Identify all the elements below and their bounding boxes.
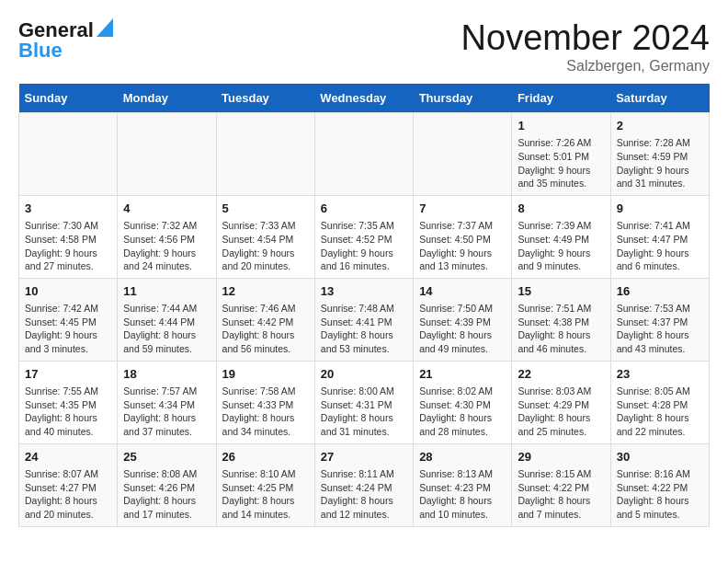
day-info: Sunrise: 7:33 AM Sunset: 4:54 PM Dayligh…: [222, 219, 309, 273]
header-monday: Monday: [118, 84, 216, 113]
day-number: 18: [123, 366, 210, 383]
day-cell: 14Sunrise: 7:50 AM Sunset: 4:39 PM Dayli…: [414, 278, 512, 361]
calendar-table: SundayMondayTuesdayWednesdayThursdayFrid…: [18, 84, 710, 527]
day-cell: 10Sunrise: 7:42 AM Sunset: 4:45 PM Dayli…: [19, 278, 118, 361]
day-cell: 26Sunrise: 8:10 AM Sunset: 4:25 PM Dayli…: [216, 443, 314, 526]
day-number: 30: [617, 449, 703, 465]
week-row-3: 10Sunrise: 7:42 AM Sunset: 4:45 PM Dayli…: [19, 278, 710, 361]
day-info: Sunrise: 8:13 AM Sunset: 4:23 PM Dayligh…: [419, 467, 506, 522]
day-info: Sunrise: 7:39 AM Sunset: 4:49 PM Dayligh…: [518, 219, 604, 273]
day-info: Sunrise: 8:15 AM Sunset: 4:22 PM Dayligh…: [518, 467, 604, 522]
day-cell: [216, 113, 314, 196]
day-info: Sunrise: 8:02 AM Sunset: 4:30 PM Dayligh…: [419, 385, 506, 439]
day-cell: 6Sunrise: 7:35 AM Sunset: 4:52 PM Daylig…: [314, 195, 413, 278]
day-cell: [314, 113, 413, 196]
day-info: Sunrise: 7:55 AM Sunset: 4:35 PM Dayligh…: [25, 385, 111, 439]
day-info: Sunrise: 7:46 AM Sunset: 4:42 PM Dayligh…: [222, 302, 309, 356]
week-row-5: 24Sunrise: 8:07 AM Sunset: 4:27 PM Dayli…: [19, 443, 710, 526]
page-header: General Blue November 2024 Salzbergen, G…: [18, 18, 710, 75]
day-info: Sunrise: 8:07 AM Sunset: 4:27 PM Dayligh…: [25, 467, 111, 522]
day-number: 11: [123, 283, 210, 300]
day-cell: 16Sunrise: 7:53 AM Sunset: 4:37 PM Dayli…: [610, 278, 709, 361]
calendar-header-row: SundayMondayTuesdayWednesdayThursdayFrid…: [19, 84, 710, 113]
week-row-2: 3Sunrise: 7:30 AM Sunset: 4:58 PM Daylig…: [19, 195, 710, 278]
week-row-1: 1Sunrise: 7:26 AM Sunset: 5:01 PM Daylig…: [19, 113, 710, 196]
day-info: Sunrise: 7:32 AM Sunset: 4:56 PM Dayligh…: [123, 219, 210, 273]
day-info: Sunrise: 8:05 AM Sunset: 4:28 PM Dayligh…: [617, 385, 703, 439]
day-number: 23: [617, 366, 703, 383]
day-number: 25: [123, 449, 210, 465]
day-cell: 21Sunrise: 8:02 AM Sunset: 4:30 PM Dayli…: [414, 361, 512, 443]
day-number: 4: [123, 201, 210, 217]
day-number: 10: [25, 283, 111, 300]
header-friday: Friday: [512, 84, 610, 113]
day-info: Sunrise: 7:35 AM Sunset: 4:52 PM Dayligh…: [321, 219, 407, 273]
day-number: 9: [617, 201, 703, 217]
location-label: Salzbergen, Germany: [461, 58, 710, 75]
day-number: 17: [25, 366, 111, 383]
day-number: 29: [518, 449, 604, 465]
day-cell: 4Sunrise: 7:32 AM Sunset: 4:56 PM Daylig…: [118, 195, 216, 278]
day-number: 13: [321, 283, 407, 300]
day-info: Sunrise: 7:30 AM Sunset: 4:58 PM Dayligh…: [25, 219, 111, 273]
day-number: 7: [419, 201, 506, 217]
day-cell: 22Sunrise: 8:03 AM Sunset: 4:29 PM Dayli…: [512, 361, 610, 443]
day-number: 26: [222, 449, 309, 465]
day-cell: 29Sunrise: 8:15 AM Sunset: 4:22 PM Dayli…: [512, 443, 610, 526]
day-cell: 8Sunrise: 7:39 AM Sunset: 4:49 PM Daylig…: [512, 195, 610, 278]
day-cell: 7Sunrise: 7:37 AM Sunset: 4:50 PM Daylig…: [414, 195, 512, 278]
day-number: 5: [222, 201, 309, 217]
day-number: 16: [617, 283, 703, 300]
header-sunday: Sunday: [19, 84, 118, 113]
day-number: 19: [222, 366, 309, 383]
week-row-4: 17Sunrise: 7:55 AM Sunset: 4:35 PM Dayli…: [19, 361, 710, 443]
day-info: Sunrise: 7:51 AM Sunset: 4:38 PM Dayligh…: [518, 302, 604, 356]
day-cell: 27Sunrise: 8:11 AM Sunset: 4:24 PM Dayli…: [314, 443, 413, 526]
day-info: Sunrise: 7:44 AM Sunset: 4:44 PM Dayligh…: [123, 302, 210, 356]
day-number: 24: [25, 449, 111, 465]
day-number: 28: [419, 449, 506, 465]
logo-bird-icon: [97, 18, 113, 37]
month-title: November 2024: [461, 18, 710, 58]
day-cell: 23Sunrise: 8:05 AM Sunset: 4:28 PM Dayli…: [610, 361, 709, 443]
header-tuesday: Tuesday: [216, 84, 314, 113]
day-number: 14: [419, 283, 506, 300]
day-cell: 19Sunrise: 7:58 AM Sunset: 4:33 PM Dayli…: [216, 361, 314, 443]
day-info: Sunrise: 7:58 AM Sunset: 4:33 PM Dayligh…: [222, 385, 309, 439]
day-info: Sunrise: 8:11 AM Sunset: 4:24 PM Dayligh…: [321, 467, 407, 522]
day-number: 1: [518, 118, 604, 134]
day-cell: [414, 113, 512, 196]
day-info: Sunrise: 7:37 AM Sunset: 4:50 PM Dayligh…: [419, 219, 506, 273]
day-info: Sunrise: 8:16 AM Sunset: 4:22 PM Dayligh…: [617, 467, 703, 522]
day-info: Sunrise: 7:41 AM Sunset: 4:47 PM Dayligh…: [617, 219, 703, 273]
logo-blue: Blue: [18, 39, 63, 63]
day-cell: 28Sunrise: 8:13 AM Sunset: 4:23 PM Dayli…: [414, 443, 512, 526]
day-cell: 25Sunrise: 8:08 AM Sunset: 4:26 PM Dayli…: [118, 443, 216, 526]
day-info: Sunrise: 7:28 AM Sunset: 4:59 PM Dayligh…: [617, 136, 703, 190]
day-cell: 20Sunrise: 8:00 AM Sunset: 4:31 PM Dayli…: [314, 361, 413, 443]
day-cell: 15Sunrise: 7:51 AM Sunset: 4:38 PM Dayli…: [512, 278, 610, 361]
day-info: Sunrise: 8:00 AM Sunset: 4:31 PM Dayligh…: [321, 385, 407, 439]
day-info: Sunrise: 8:10 AM Sunset: 4:25 PM Dayligh…: [222, 467, 309, 522]
day-cell: 30Sunrise: 8:16 AM Sunset: 4:22 PM Dayli…: [610, 443, 709, 526]
day-cell: 13Sunrise: 7:48 AM Sunset: 4:41 PM Dayli…: [314, 278, 413, 361]
day-cell: 18Sunrise: 7:57 AM Sunset: 4:34 PM Dayli…: [118, 361, 216, 443]
day-info: Sunrise: 8:08 AM Sunset: 4:26 PM Dayligh…: [123, 467, 210, 522]
day-number: 27: [321, 449, 407, 465]
day-cell: [118, 113, 216, 196]
header-saturday: Saturday: [610, 84, 709, 113]
day-number: 2: [617, 118, 703, 134]
day-number: 3: [25, 201, 111, 217]
day-cell: 12Sunrise: 7:46 AM Sunset: 4:42 PM Dayli…: [216, 278, 314, 361]
day-number: 15: [518, 283, 604, 300]
day-info: Sunrise: 8:03 AM Sunset: 4:29 PM Dayligh…: [518, 385, 604, 439]
day-cell: 1Sunrise: 7:26 AM Sunset: 5:01 PM Daylig…: [512, 113, 610, 196]
day-cell: 11Sunrise: 7:44 AM Sunset: 4:44 PM Dayli…: [118, 278, 216, 361]
day-cell: 3Sunrise: 7:30 AM Sunset: 4:58 PM Daylig…: [19, 195, 118, 278]
day-number: 22: [518, 366, 604, 383]
header-wednesday: Wednesday: [314, 84, 413, 113]
svg-marker-0: [97, 18, 113, 37]
day-info: Sunrise: 7:42 AM Sunset: 4:45 PM Dayligh…: [25, 302, 111, 356]
day-cell: 2Sunrise: 7:28 AM Sunset: 4:59 PM Daylig…: [610, 113, 709, 196]
day-info: Sunrise: 7:53 AM Sunset: 4:37 PM Dayligh…: [617, 302, 703, 356]
